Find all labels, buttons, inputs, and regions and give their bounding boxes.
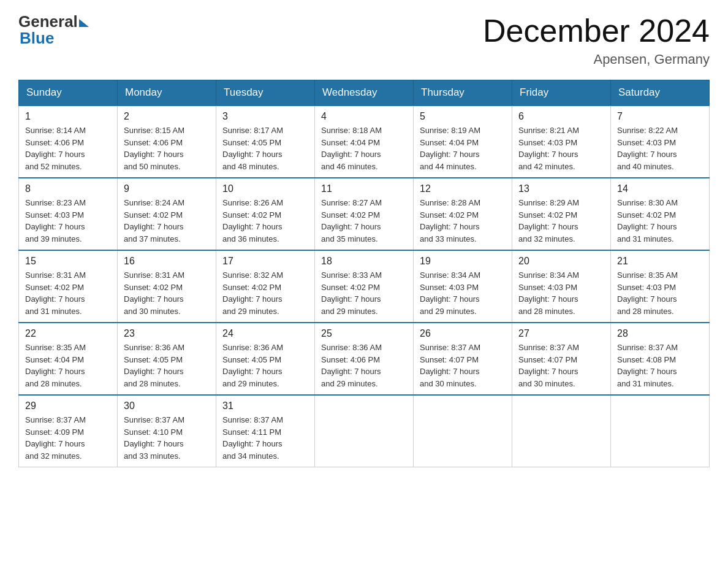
col-saturday: Saturday — [611, 80, 710, 106]
calendar-cell: 20 Sunrise: 8:34 AM Sunset: 4:03 PM Dayl… — [512, 250, 611, 323]
day-number: 11 — [321, 183, 407, 194]
day-info: Sunrise: 8:31 AM Sunset: 4:02 PM Dayligh… — [124, 269, 210, 317]
day-number: 8 — [25, 183, 111, 194]
day-number: 16 — [124, 256, 210, 267]
calendar-cell: 2 Sunrise: 8:15 AM Sunset: 4:06 PM Dayli… — [118, 105, 216, 178]
day-info: Sunrise: 8:37 AM Sunset: 4:09 PM Dayligh… — [25, 414, 111, 462]
calendar-header-row: Sunday Monday Tuesday Wednesday Thursday… — [19, 80, 710, 106]
calendar-cell: 6 Sunrise: 8:21 AM Sunset: 4:03 PM Dayli… — [512, 105, 611, 178]
col-sunday: Sunday — [19, 80, 118, 106]
day-info: Sunrise: 8:34 AM Sunset: 4:03 PM Dayligh… — [518, 269, 604, 317]
calendar-cell: 9 Sunrise: 8:24 AM Sunset: 4:02 PM Dayli… — [118, 178, 216, 250]
calendar-cell: 15 Sunrise: 8:31 AM Sunset: 4:02 PM Dayl… — [19, 250, 118, 323]
week-row-3: 15 Sunrise: 8:31 AM Sunset: 4:02 PM Dayl… — [19, 250, 710, 323]
day-info: Sunrise: 8:33 AM Sunset: 4:02 PM Dayligh… — [321, 269, 407, 317]
logo-arrow-icon — [79, 19, 89, 27]
day-number: 15 — [25, 256, 111, 267]
day-number: 2 — [124, 111, 210, 122]
logo: General Blue — [18, 12, 89, 48]
day-number: 10 — [222, 183, 308, 194]
calendar-cell: 22 Sunrise: 8:35 AM Sunset: 4:04 PM Dayl… — [19, 323, 118, 395]
calendar-cell — [512, 395, 611, 467]
week-row-1: 1 Sunrise: 8:14 AM Sunset: 4:06 PM Dayli… — [19, 105, 710, 178]
day-info: Sunrise: 8:36 AM Sunset: 4:05 PM Dayligh… — [222, 342, 308, 389]
day-number: 5 — [420, 111, 506, 122]
day-info: Sunrise: 8:35 AM Sunset: 4:04 PM Dayligh… — [25, 342, 111, 389]
day-info: Sunrise: 8:32 AM Sunset: 4:02 PM Dayligh… — [222, 269, 308, 317]
col-friday: Friday — [512, 80, 611, 106]
logo-blue-text: Blue — [20, 29, 89, 48]
day-number: 22 — [25, 328, 111, 339]
day-number: 1 — [25, 111, 111, 122]
day-info: Sunrise: 8:24 AM Sunset: 4:02 PM Dayligh… — [124, 197, 210, 245]
day-number: 28 — [617, 328, 703, 339]
day-number: 24 — [222, 328, 308, 339]
calendar-cell — [611, 395, 710, 467]
page-title: December 2024 — [483, 12, 710, 49]
day-number: 9 — [124, 183, 210, 194]
day-info: Sunrise: 8:29 AM Sunset: 4:02 PM Dayligh… — [518, 197, 604, 245]
calendar-cell: 5 Sunrise: 8:19 AM Sunset: 4:04 PM Dayli… — [414, 105, 512, 178]
calendar-cell: 12 Sunrise: 8:28 AM Sunset: 4:02 PM Dayl… — [414, 178, 512, 250]
calendar-cell: 16 Sunrise: 8:31 AM Sunset: 4:02 PM Dayl… — [118, 250, 216, 323]
week-row-4: 22 Sunrise: 8:35 AM Sunset: 4:04 PM Dayl… — [19, 323, 710, 395]
day-info: Sunrise: 8:34 AM Sunset: 4:03 PM Dayligh… — [420, 269, 506, 317]
col-monday: Monday — [118, 80, 216, 106]
calendar-cell: 26 Sunrise: 8:37 AM Sunset: 4:07 PM Dayl… — [414, 323, 512, 395]
calendar-cell: 24 Sunrise: 8:36 AM Sunset: 4:05 PM Dayl… — [216, 323, 315, 395]
day-number: 19 — [420, 256, 506, 267]
day-info: Sunrise: 8:37 AM Sunset: 4:07 PM Dayligh… — [420, 342, 506, 389]
page-subtitle: Apensen, Germany — [483, 52, 710, 67]
day-number: 3 — [222, 111, 308, 122]
week-row-2: 8 Sunrise: 8:23 AM Sunset: 4:03 PM Dayli… — [19, 178, 710, 250]
day-number: 20 — [518, 256, 604, 267]
day-info: Sunrise: 8:14 AM Sunset: 4:06 PM Dayligh… — [25, 124, 111, 172]
day-number: 26 — [420, 328, 506, 339]
calendar-cell: 11 Sunrise: 8:27 AM Sunset: 4:02 PM Dayl… — [315, 178, 414, 250]
calendar-cell: 8 Sunrise: 8:23 AM Sunset: 4:03 PM Dayli… — [19, 178, 118, 250]
day-info: Sunrise: 8:37 AM Sunset: 4:07 PM Dayligh… — [518, 342, 604, 389]
day-info: Sunrise: 8:37 AM Sunset: 4:10 PM Dayligh… — [124, 414, 210, 462]
col-wednesday: Wednesday — [315, 80, 414, 106]
day-number: 18 — [321, 256, 407, 267]
calendar-cell: 27 Sunrise: 8:37 AM Sunset: 4:07 PM Dayl… — [512, 323, 611, 395]
day-number: 7 — [617, 111, 703, 122]
calendar-cell: 13 Sunrise: 8:29 AM Sunset: 4:02 PM Dayl… — [512, 178, 611, 250]
day-info: Sunrise: 8:17 AM Sunset: 4:05 PM Dayligh… — [222, 124, 308, 172]
day-info: Sunrise: 8:28 AM Sunset: 4:02 PM Dayligh… — [420, 197, 506, 245]
day-number: 4 — [321, 111, 407, 122]
day-number: 27 — [518, 328, 604, 339]
day-number: 31 — [222, 400, 308, 412]
day-info: Sunrise: 8:30 AM Sunset: 4:02 PM Dayligh… — [617, 197, 703, 245]
calendar-cell: 25 Sunrise: 8:36 AM Sunset: 4:06 PM Dayl… — [315, 323, 414, 395]
col-thursday: Thursday — [414, 80, 512, 106]
calendar-cell: 17 Sunrise: 8:32 AM Sunset: 4:02 PM Dayl… — [216, 250, 315, 323]
day-info: Sunrise: 8:18 AM Sunset: 4:04 PM Dayligh… — [321, 124, 407, 172]
calendar-cell: 18 Sunrise: 8:33 AM Sunset: 4:02 PM Dayl… — [315, 250, 414, 323]
calendar-cell: 10 Sunrise: 8:26 AM Sunset: 4:02 PM Dayl… — [216, 178, 315, 250]
day-info: Sunrise: 8:37 AM Sunset: 4:11 PM Dayligh… — [222, 414, 308, 462]
calendar-cell: 21 Sunrise: 8:35 AM Sunset: 4:03 PM Dayl… — [611, 250, 710, 323]
calendar-cell: 14 Sunrise: 8:30 AM Sunset: 4:02 PM Dayl… — [611, 178, 710, 250]
day-info: Sunrise: 8:22 AM Sunset: 4:03 PM Dayligh… — [617, 124, 703, 172]
day-number: 25 — [321, 328, 407, 339]
col-tuesday: Tuesday — [216, 80, 315, 106]
calendar-cell: 7 Sunrise: 8:22 AM Sunset: 4:03 PM Dayli… — [611, 105, 710, 178]
calendar-cell: 29 Sunrise: 8:37 AM Sunset: 4:09 PM Dayl… — [19, 395, 118, 467]
day-number: 13 — [518, 183, 604, 194]
day-number: 29 — [25, 400, 111, 412]
day-info: Sunrise: 8:21 AM Sunset: 4:03 PM Dayligh… — [518, 124, 604, 172]
day-number: 6 — [518, 111, 604, 122]
calendar-cell: 23 Sunrise: 8:36 AM Sunset: 4:05 PM Dayl… — [118, 323, 216, 395]
day-info: Sunrise: 8:36 AM Sunset: 4:06 PM Dayligh… — [321, 342, 407, 389]
calendar-table: Sunday Monday Tuesday Wednesday Thursday… — [18, 80, 710, 467]
day-number: 21 — [617, 256, 703, 267]
day-info: Sunrise: 8:26 AM Sunset: 4:02 PM Dayligh… — [222, 197, 308, 245]
day-info: Sunrise: 8:31 AM Sunset: 4:02 PM Dayligh… — [25, 269, 111, 317]
day-info: Sunrise: 8:35 AM Sunset: 4:03 PM Dayligh… — [617, 269, 703, 317]
day-number: 14 — [617, 183, 703, 194]
calendar-cell: 28 Sunrise: 8:37 AM Sunset: 4:08 PM Dayl… — [611, 323, 710, 395]
calendar-cell: 19 Sunrise: 8:34 AM Sunset: 4:03 PM Dayl… — [414, 250, 512, 323]
title-section: December 2024 Apensen, Germany — [483, 12, 710, 67]
day-number: 17 — [222, 256, 308, 267]
